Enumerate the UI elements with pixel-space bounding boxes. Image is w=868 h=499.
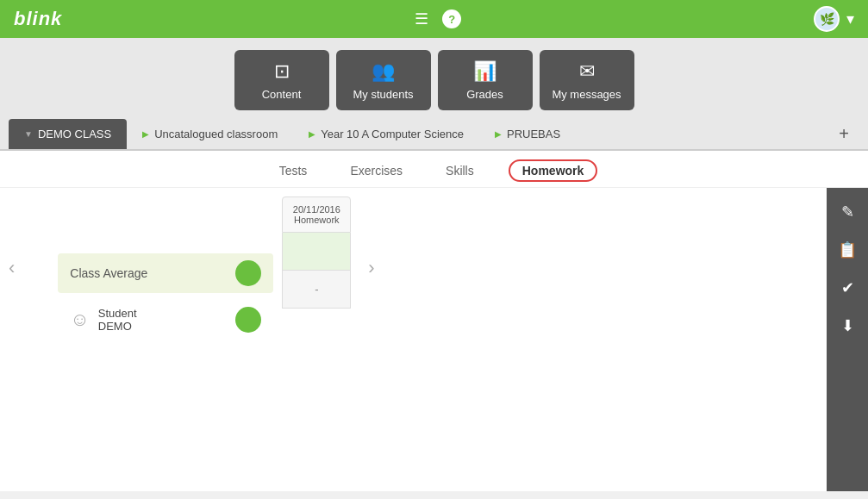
edit-action[interactable]: ✎ [832,196,863,228]
sub-tabs: Tests Exercises Skills Homework [0,151,868,188]
grades-area: ‹ Class Average ☺ Student DEMO 20/11/201 [0,188,868,491]
menu-icon[interactable]: ☰ [415,9,428,28]
prev-arrow[interactable]: ‹ [0,196,15,483]
tab-demo-class[interactable]: ▼ DEMO CLASS [9,119,127,149]
my-students-label: My students [353,88,413,101]
my-students-button[interactable]: 👥 My students [336,50,431,110]
my-messages-icon: ✉ [579,60,595,83]
tab-year10[interactable]: ▶ Year 10 A Computer Science [293,119,479,149]
grades-label: Grades [466,88,503,101]
label-spacer [58,196,273,253]
main-content: Tests Exercises Skills Homework ‹ Class … [0,151,868,491]
content-label: Content [262,88,302,101]
grade-col-header: 20/11/2016 Homework [282,196,351,233]
student-grade-indicator [235,307,261,333]
grade-col-student-val: - [282,271,351,309]
tab-uncatalogued-arrow: ▶ [142,129,149,139]
class-average-row: Class Average [58,253,273,293]
student-row: ☺ Student DEMO [58,300,273,340]
my-messages-button[interactable]: ✉ My messages [540,50,634,110]
grade-column-1: 20/11/2016 Homework - [282,196,351,309]
tab-pruebas-label: PRUEBAS [507,128,560,140]
student-name: Student DEMO [98,307,228,333]
tab-uncatalogued[interactable]: ▶ Uncatalogued classroom [127,119,293,149]
tab-tests[interactable]: Tests [271,159,316,182]
left-labels: Class Average ☺ Student DEMO [15,196,282,483]
tab-exercises[interactable]: Exercises [341,159,411,182]
class-average-label: Class Average [70,266,147,280]
tab-year10-label: Year 10 A Computer Science [321,128,464,140]
grade-columns: 20/11/2016 Homework - [282,196,351,483]
copy-action[interactable]: 📋 [832,234,863,265]
add-class-tab-button[interactable]: + [828,119,859,149]
tab-uncatalogued-label: Uncatalogued classroom [154,128,278,140]
next-arrow[interactable]: › [368,196,374,483]
tab-homework[interactable]: Homework [509,159,598,182]
grades-button[interactable]: 📊 Grades [438,50,533,110]
tab-demo-class-label: DEMO CLASS [38,128,111,140]
tab-pruebas-arrow: ▶ [495,129,502,139]
tab-year10-arrow: ▶ [309,129,315,139]
class-average-indicator [235,260,261,286]
check-action[interactable]: ✔ [832,272,863,303]
content-button[interactable]: ⊡ Content [234,50,329,110]
grade-col-avg [282,233,351,271]
content-icon: ⊡ [274,60,290,83]
download-action[interactable]: ⬇ [832,310,863,341]
tab-demo-class-arrow: ▼ [24,129,33,139]
my-messages-label: My messages [552,88,621,101]
tab-pruebas[interactable]: ▶ PRUEBAS [479,119,576,149]
user-dropdown-arrow[interactable]: ▾ [846,9,854,28]
avatar[interactable]: 🌿 [814,6,840,32]
grades-icon: 📊 [473,60,496,83]
tab-skills[interactable]: Skills [437,159,483,182]
help-icon[interactable]: ? [442,9,461,28]
student-avatar-icon: ☺ [70,309,89,331]
nav-buttons: ⊡ Content 👥 My students 📊 Grades ✉ My me… [0,38,868,119]
topbar-right: 🌿 ▾ [814,6,854,32]
my-students-icon: 👥 [372,60,395,83]
topbar-left: blink [14,8,62,30]
class-tabs: ▼ DEMO CLASS ▶ Uncatalogued classroom ▶ … [0,119,868,151]
topbar: blink ☰ ? 🌿 ▾ [0,0,868,38]
topbar-center: ☰ ? [415,9,461,28]
logo: blink [14,8,62,30]
right-sidebar: ✎ 📋 ✔ ⬇ [827,188,868,491]
